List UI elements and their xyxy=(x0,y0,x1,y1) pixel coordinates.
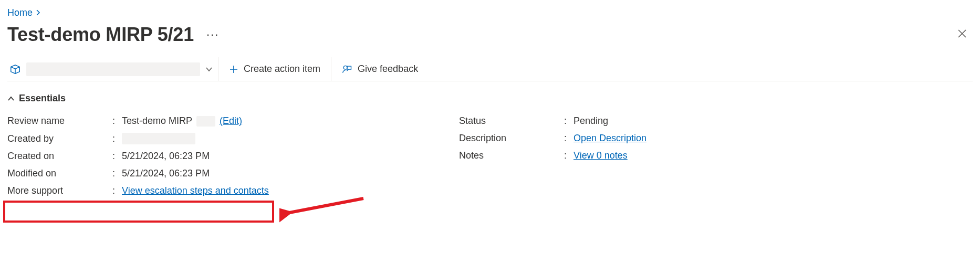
feedback-icon xyxy=(342,64,352,75)
more-actions-button[interactable]: ··· xyxy=(203,26,222,44)
review-name-value: Test-demo MIRP xyxy=(122,116,192,127)
chevron-right-icon xyxy=(36,9,41,17)
status-value: Pending xyxy=(574,116,608,127)
created-by-label: Created by xyxy=(7,133,112,144)
created-on-label: Created on xyxy=(7,151,112,162)
view-notes-link[interactable]: View 0 notes xyxy=(574,150,628,161)
resource-dropdown-label-redacted xyxy=(26,62,200,76)
essentials-label: Essentials xyxy=(19,93,66,104)
breadcrumb: Home xyxy=(7,4,973,24)
essentials-left-column: Review name : Test-demo MIRP (Edit) Crea… xyxy=(7,112,417,200)
modified-on-label: Modified on xyxy=(7,168,112,179)
breadcrumb-home-link[interactable]: Home xyxy=(7,7,33,18)
notes-label: Notes xyxy=(459,150,564,161)
chevron-down-icon xyxy=(205,66,213,73)
status-row: Status : Pending xyxy=(459,112,869,130)
more-support-link[interactable]: View escalation steps and contacts xyxy=(122,185,269,196)
title-row: Test-demo MIRP 5/21 ··· xyxy=(7,24,973,57)
created-by-value-redacted xyxy=(122,133,195,144)
page-title: Test-demo MIRP 5/21 xyxy=(7,24,194,46)
resource-dropdown[interactable] xyxy=(8,57,218,81)
more-support-label: More support xyxy=(7,185,112,196)
resource-icon xyxy=(9,64,21,75)
modified-on-row: Modified on : 5/21/2024, 06:23 PM xyxy=(7,165,417,182)
create-action-item-label: Create action item xyxy=(244,64,320,75)
review-name-edit-link[interactable]: (Edit) xyxy=(220,116,242,127)
essentials-right-column: Status : Pending Description : Open Desc… xyxy=(459,112,869,200)
create-action-item-button[interactable]: Create action item xyxy=(218,57,331,81)
created-on-value: 5/21/2024, 06:23 PM xyxy=(122,151,210,162)
plus-icon xyxy=(229,65,238,74)
svg-point-0 xyxy=(343,66,347,69)
close-icon[interactable] xyxy=(952,25,973,44)
essentials-section: Essentials Review name : Test-demo MIRP … xyxy=(7,81,973,200)
status-label: Status xyxy=(459,116,564,127)
created-on-row: Created on : 5/21/2024, 06:23 PM xyxy=(7,148,417,165)
command-bar: Create action item Give feedback xyxy=(7,57,973,81)
essentials-toggle[interactable]: Essentials xyxy=(7,89,973,112)
give-feedback-button[interactable]: Give feedback xyxy=(331,57,429,81)
chevron-up-icon xyxy=(7,95,15,102)
give-feedback-label: Give feedback xyxy=(358,64,418,75)
more-support-row: More support : View escalation steps and… xyxy=(7,182,417,200)
review-name-redacted xyxy=(196,116,215,127)
created-by-row: Created by : xyxy=(7,130,417,148)
modified-on-value: 5/21/2024, 06:23 PM xyxy=(122,168,210,179)
notes-row: Notes : View 0 notes xyxy=(459,147,869,164)
review-name-label: Review name xyxy=(7,116,112,127)
description-row: Description : Open Description xyxy=(459,130,869,147)
description-label: Description xyxy=(459,133,564,144)
open-description-link[interactable]: Open Description xyxy=(574,133,647,144)
review-name-row: Review name : Test-demo MIRP (Edit) xyxy=(7,112,417,130)
